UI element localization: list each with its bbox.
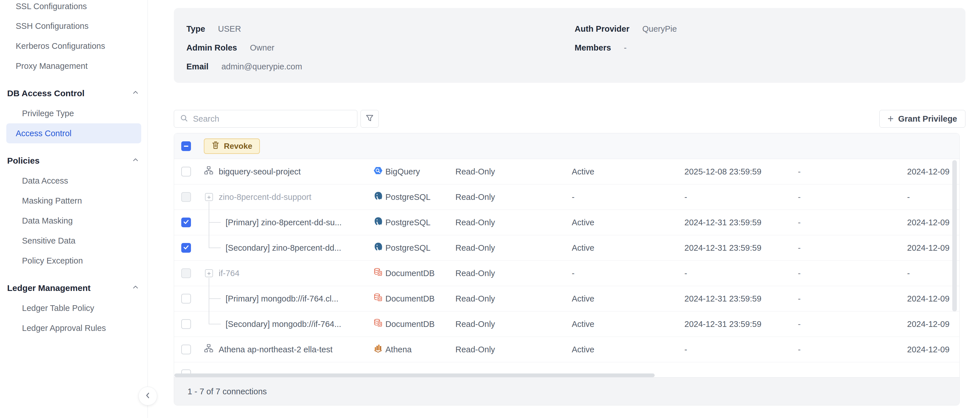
sidebar-item-ssh-configurations[interactable]: SSH Configurations: [0, 16, 148, 36]
trash-icon: [211, 141, 220, 151]
info-value: USER: [218, 24, 241, 34]
sidebar-collapse-button[interactable]: [138, 386, 157, 405]
sidebar-section-policies[interactable]: Policies: [0, 151, 148, 171]
sidebar-item-kerberos-configurations[interactable]: Kerberos Configurations: [0, 36, 148, 56]
connection-name[interactable]: if-764: [219, 269, 240, 278]
info-row: TypeUSER: [186, 19, 302, 38]
row-checkbox[interactable]: [181, 294, 191, 304]
hierarchy-icon: [204, 344, 213, 355]
db-type-label: PostgreSQL: [385, 243, 431, 253]
connection-name[interactable]: bigquery-seoul-project: [219, 167, 301, 176]
expand-toggle[interactable]: [205, 193, 213, 201]
tree-elbow: [209, 298, 221, 299]
row-checkbox[interactable]: [181, 345, 191, 354]
expiry-cell: 2024-12-31 23:59:59: [684, 243, 761, 253]
documentdb-icon: [373, 293, 383, 305]
privilege-cell: Read-Only: [455, 243, 495, 253]
sidebar-section-ledger-management[interactable]: Ledger Management: [0, 278, 148, 298]
table-footer: 1 - 7 of 7 connections: [174, 377, 959, 405]
search-box: [174, 110, 357, 128]
athena-icon: [373, 344, 383, 355]
table-row: [Primary] mongodb://if-764.cl...Document…: [174, 286, 959, 312]
dash-cell: -: [798, 320, 801, 329]
row-checkbox[interactable]: [181, 218, 191, 227]
table-row: zino-8percent-dd-supportPostgreSQLRead-O…: [174, 184, 959, 210]
granted-date-cell: 2024-12-09: [907, 294, 950, 304]
grant-privilege-label: Grant Privilege: [898, 114, 957, 124]
info-value: Owner: [250, 43, 274, 52]
sidebar-item-access-control[interactable]: Access Control: [6, 124, 141, 143]
sidebar-item-ssl-configurations[interactable]: SSL Configurations: [0, 0, 148, 16]
status-cell: Active: [572, 294, 594, 304]
connection-name[interactable]: [Primary] zino-8percent-dd-su...: [226, 218, 342, 227]
sidebar-item-masking-pattern[interactable]: Masking Pattern: [6, 191, 141, 211]
db-type-label: DocumentDB: [385, 269, 434, 278]
info-col-left: TypeUSERAdmin RolesOwnerEmailadmin@query…: [186, 19, 302, 76]
expiry-cell: 2024-12-31 23:59:59: [684, 294, 761, 304]
info-col-right: Auth ProviderQueryPieMembers-: [574, 19, 677, 57]
postgresql-icon: [373, 217, 383, 228]
expand-toggle[interactable]: [205, 269, 213, 277]
connection-name[interactable]: Athena ap-northeast-2 ella-test: [219, 345, 332, 354]
select-all-checkbox[interactable]: [181, 141, 191, 151]
granted-date-cell: 2024-12-09: [907, 167, 950, 176]
table-row: [Primary] zino-8percent-dd-su...PostgreS…: [174, 210, 959, 235]
privilege-cell: Read-Only: [455, 192, 495, 202]
sidebar-item-data-masking[interactable]: Data Masking: [6, 211, 141, 231]
tree-line: [209, 278, 209, 286]
row-checkbox[interactable]: [181, 167, 191, 176]
hierarchy-icon: [204, 166, 213, 177]
sidebar-item-data-access[interactable]: Data Access: [6, 171, 141, 191]
privilege-cell: Read-Only: [455, 294, 495, 304]
filter-button[interactable]: [361, 110, 379, 128]
info-label: Admin Roles: [186, 43, 237, 52]
connection-name[interactable]: [Secondary] mongodb://if-764...: [226, 320, 341, 329]
grant-privilege-button[interactable]: + Grant Privilege: [879, 110, 966, 128]
expiry-cell: -: [684, 192, 687, 202]
expiry-cell: 2024-12-31 23:59:59: [684, 218, 761, 227]
sidebar-section-label: Policies: [7, 156, 40, 166]
sidebar-section-label: DB Access Control: [7, 89, 84, 98]
sidebar: SSL ConfigurationsSSH ConfigurationsKerb…: [0, 0, 148, 418]
info-label: Members: [574, 43, 611, 52]
sidebar-section-db-access-control[interactable]: DB Access Control: [0, 83, 148, 103]
db-type-label: DocumentDB: [385, 294, 434, 304]
db-type-label: BigQuery: [385, 167, 420, 176]
row-checkbox[interactable]: [181, 192, 191, 202]
expiry-cell: -: [684, 269, 687, 278]
connection-name[interactable]: [Secondary] zino-8percent-dd...: [226, 243, 341, 253]
search-input[interactable]: [193, 114, 342, 124]
tree-elbow: [209, 324, 221, 325]
info-row: Emailadmin@querypie.com: [186, 57, 302, 76]
sidebar-item-sensitive-data[interactable]: Sensitive Data: [6, 231, 141, 251]
row-checkbox[interactable]: [181, 268, 191, 278]
vertical-scrollbar-thumb[interactable]: [952, 160, 957, 312]
sidebar-item-ledger-table-policy[interactable]: Ledger Table Policy: [6, 298, 141, 318]
sidebar-item-privilege-type[interactable]: Privilege Type: [6, 103, 141, 124]
status-cell: Active: [572, 320, 594, 329]
connection-name[interactable]: zino-8percent-dd-support: [219, 192, 311, 202]
sidebar-item-proxy-management[interactable]: Proxy Management: [0, 56, 148, 76]
search-icon: [179, 113, 189, 124]
sidebar-item-ledger-approval-rules[interactable]: Ledger Approval Rules: [6, 318, 141, 338]
sidebar-item-policy-exception[interactable]: Policy Exception: [6, 251, 141, 271]
status-cell: Active: [572, 345, 594, 354]
row-checkbox[interactable]: [181, 243, 191, 253]
documentdb-icon: [373, 268, 383, 279]
table-rows: bigquery-seoul-projectBigQueryRead-OnlyA…: [174, 159, 959, 362]
dash-cell: -: [798, 243, 801, 253]
bigquery-icon: [373, 166, 383, 177]
granted-date-cell: 2024-12-09: [907, 218, 950, 227]
privilege-cell: Read-Only: [455, 218, 495, 227]
row-checkbox[interactable]: [181, 319, 191, 329]
status-cell: Active: [572, 218, 594, 227]
info-row: Auth ProviderQueryPie: [574, 19, 677, 38]
revoke-button[interactable]: Revoke: [204, 138, 260, 154]
status-cell: Active: [572, 243, 594, 253]
dash-cell: -: [798, 345, 801, 354]
horizontal-scrollbar-thumb[interactable]: [174, 374, 655, 377]
connection-name[interactable]: [Primary] mongodb://if-764.cl...: [226, 294, 339, 304]
table-row-partial: [174, 362, 959, 374]
granted-date-cell: 2024-12-09: [907, 243, 950, 253]
row-checkbox[interactable]: [181, 369, 191, 374]
